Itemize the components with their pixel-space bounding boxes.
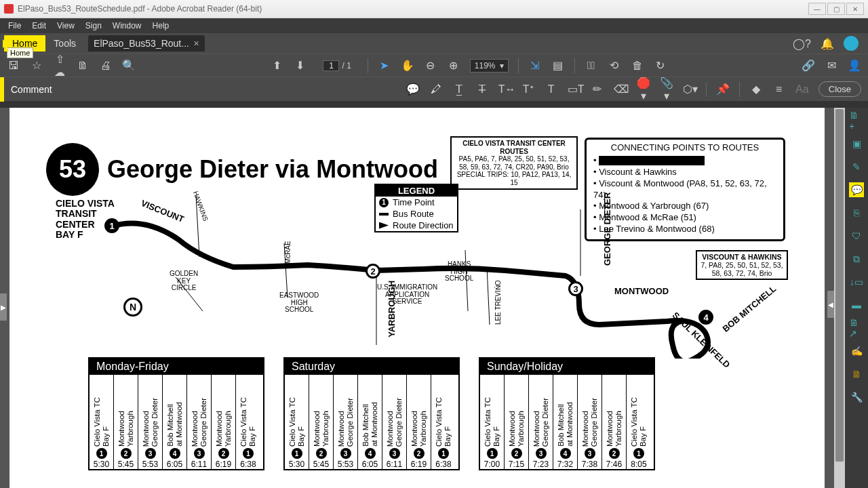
column-stop-label: Montwood Yarbrough — [215, 408, 232, 447]
text-strike-icon[interactable]: T̶ — [475, 83, 489, 96]
tab-tools[interactable]: Tools — [45, 35, 84, 52]
column-time: 5:45 — [118, 459, 134, 469]
separator — [368, 58, 368, 73]
zoom-select[interactable]: 119%▾ — [470, 59, 509, 73]
cloud-upload-icon[interactable]: ⇧☁ — [53, 53, 66, 79]
compress-icon[interactable]: ↓▭ — [849, 274, 864, 289]
column-stop-label: Montwood George Dieter — [337, 395, 354, 447]
combine-icon[interactable]: ▣ — [849, 136, 864, 151]
close-window-button[interactable]: ✕ — [846, 3, 864, 15]
timepoint-1: 1 — [104, 218, 119, 233]
fit-width-icon[interactable]: ⇲ — [528, 59, 542, 72]
shapes-icon[interactable]: ⬡▾ — [683, 83, 696, 96]
refresh-icon[interactable]: ↻ — [654, 59, 667, 72]
line-weight-icon[interactable]: ≡ — [772, 83, 786, 96]
minimize-button[interactable]: — — [808, 3, 826, 15]
notifications-icon[interactable]: 🔔 — [821, 37, 834, 50]
edit-pdf-icon[interactable]: ✎ — [849, 159, 864, 174]
files-icon[interactable]: 🗎 — [76, 60, 90, 72]
vertical-scrollbar[interactable] — [834, 108, 845, 488]
profile-icon[interactable]: 👤 — [848, 59, 861, 72]
tab-tools-label: Tools — [54, 38, 76, 49]
column-stop-label: Montwood Yarbrough — [313, 408, 330, 447]
protect-icon[interactable]: 🛡 — [849, 228, 864, 243]
help-icon[interactable]: ◯? — [793, 37, 811, 50]
schedule-column: Bob Mitchell at Montwood46:05 — [358, 375, 382, 469]
column-timepoint: 3 — [585, 448, 595, 459]
search-icon[interactable]: 🔍 — [122, 59, 136, 72]
menu-file[interactable]: File — [4, 20, 25, 32]
hand-icon[interactable]: ✋ — [401, 59, 414, 72]
collapse-right-handle[interactable]: ◀ — [827, 291, 834, 318]
schedule-column: Montwood George Dieter36:11 — [382, 375, 407, 469]
tab-document[interactable]: ElPaso_Bus53_Rout... ✕ — [88, 35, 205, 52]
rotate-ccw-icon[interactable]: ⟲ — [608, 59, 621, 72]
zoom-out-icon[interactable]: ⊖ — [424, 59, 437, 72]
user-avatar[interactable] — [844, 36, 859, 51]
edit-icon[interactable]: ✎⃞ — [585, 60, 598, 72]
text-underline-icon[interactable]: T̲ — [452, 83, 466, 96]
create-pdf-icon[interactable]: 🗎+ — [849, 113, 864, 128]
organize-icon[interactable]: ⧉ — [849, 251, 864, 266]
close-comment-button[interactable]: Close — [818, 81, 861, 97]
menu-help[interactable]: Help — [149, 20, 174, 32]
scan-icon[interactable]: ⎘ — [849, 205, 864, 220]
zoom-value: 119% — [475, 61, 496, 70]
street-mcrae: McRAE — [285, 241, 292, 264]
comment-panel-icon[interactable]: 💬 — [849, 182, 864, 197]
column-time: 5:45 — [313, 459, 329, 469]
text-replace-icon[interactable]: T↔ — [498, 83, 512, 96]
close-tab-icon[interactable]: ✕ — [193, 39, 199, 48]
mail-icon[interactable]: ✉ — [825, 59, 838, 72]
fill-icon[interactable]: ◆ — [749, 83, 763, 96]
column-stop-label: Montwood George Dieter — [386, 395, 403, 447]
delete-icon[interactable]: 🗑 — [631, 60, 644, 72]
schedule-sunday: Sunday/HolidayCielo Vista TC Bay F17:00M… — [479, 357, 655, 470]
zoom-in-icon[interactable]: ⊕ — [447, 59, 460, 72]
stamp-icon[interactable]: 🛑▾ — [637, 77, 650, 102]
save-icon[interactable]: 🖫 — [7, 60, 20, 72]
column-time: 7:00 — [484, 459, 500, 469]
schedule-title: Saturday — [285, 359, 458, 375]
schedule-column: Montwood George Dieter36:11 — [187, 375, 212, 469]
more-tools-icon[interactable]: 🗎 — [849, 367, 864, 382]
street-georgedieter: GEORGE DIETER — [603, 192, 612, 266]
menu-view[interactable]: View — [53, 20, 79, 32]
menu-window[interactable]: Window — [108, 20, 146, 32]
text-insert-icon[interactable]: Tᐩ — [521, 83, 535, 96]
pencil-icon[interactable]: ✏ — [591, 83, 604, 96]
star-icon[interactable]: ☆ — [30, 59, 43, 72]
expand-left-handle[interactable]: ▶ — [0, 293, 7, 321]
page-display-icon[interactable]: ▤ — [551, 59, 565, 72]
column-timepoint: 2 — [121, 448, 132, 459]
separator — [739, 82, 740, 97]
export-pdf-icon[interactable]: 🗎↗ — [849, 321, 864, 336]
page-current-input[interactable] — [323, 60, 339, 71]
print-icon[interactable]: 🖨 — [99, 60, 113, 72]
menu-bar: File Edit View Sign Window Help — [0, 18, 868, 33]
textbox-icon[interactable]: ▭T — [568, 83, 581, 96]
sticky-note-icon[interactable]: 💬 — [406, 83, 420, 96]
schedule-column: Montwood Yarbrough27:15 — [505, 375, 529, 469]
text-tool-icon[interactable]: T — [545, 83, 558, 96]
pin-icon[interactable]: 📌 — [716, 83, 730, 96]
settings-icon[interactable]: 🔧 — [849, 390, 864, 405]
column-timepoint: 1 — [243, 448, 254, 459]
scrollbar-thumb[interactable] — [835, 109, 844, 462]
tab-home[interactable]: Home Home — [4, 35, 45, 52]
column-timepoint: 3 — [389, 448, 400, 459]
eraser-icon[interactable]: ⌫ — [614, 83, 627, 96]
share-icon[interactable]: 🔗 — [802, 59, 815, 72]
redact-icon[interactable]: ▬ — [849, 298, 864, 312]
font-icon[interactable]: Aa — [795, 83, 809, 96]
maximize-button[interactable]: ▢ — [827, 3, 845, 15]
highlight-icon[interactable]: 🖍 — [429, 83, 443, 96]
menu-sign[interactable]: Sign — [81, 20, 106, 32]
page-up-icon[interactable]: ⬆ — [270, 59, 283, 72]
pointer-icon[interactable]: ➤ — [378, 59, 391, 72]
cvtc-title: CIELO VISTA TRANSIT CENTER ROUTES — [454, 140, 574, 155]
menu-edit[interactable]: Edit — [28, 20, 50, 32]
page-down-icon[interactable]: ⬇ — [293, 59, 307, 72]
sign-icon[interactable]: ✍ — [849, 344, 864, 359]
attach-icon[interactable]: 📎▾ — [660, 77, 673, 102]
